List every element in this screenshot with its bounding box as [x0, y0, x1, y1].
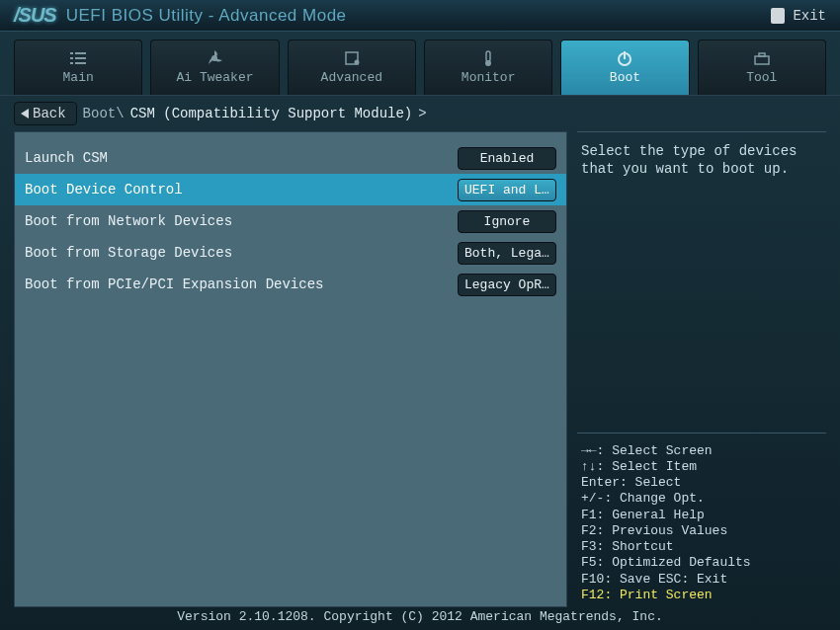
svg-rect-9	[486, 51, 490, 61]
svg-rect-4	[70, 62, 73, 64]
hint-line: ↑↓: Select Item	[581, 459, 822, 475]
thermometer-icon	[478, 50, 498, 66]
breadcrumb-path: Boot\	[83, 106, 125, 121]
svg-point-8	[354, 60, 359, 65]
back-button[interactable]: Back	[14, 102, 77, 125]
tab-label: Main	[63, 70, 94, 85]
tab-ai-tweaker[interactable]: Ai Tweaker	[150, 39, 279, 95]
power-icon	[615, 50, 634, 66]
setting-value[interactable]: Enabled	[458, 147, 556, 170]
setting-label: Boot Device Control	[25, 182, 183, 197]
tab-advanced[interactable]: Advanced	[288, 39, 416, 95]
setting-row-boot-network[interactable]: Boot from Network Devices Ignore	[15, 205, 566, 237]
tab-label: Boot	[610, 70, 640, 85]
setting-value[interactable]: Both, Lega...	[458, 242, 556, 265]
svg-rect-12	[624, 51, 626, 59]
tab-label: Ai Tweaker	[176, 70, 253, 85]
tab-label: Tool	[746, 70, 777, 85]
key-hints: →←: Select Screen ↑↓: Select Item Enter:…	[577, 433, 826, 608]
setting-label: Boot from Network Devices	[25, 213, 232, 229]
hint-line: F3: Shortcut	[581, 539, 822, 555]
hint-line: Enter: Select	[581, 475, 822, 491]
fan-icon	[205, 50, 224, 66]
tab-bar: Main Ai Tweaker Advanced Monitor Boot To…	[0, 32, 840, 96]
exit-label: Exit	[793, 8, 826, 24]
setting-value[interactable]: UEFI and L...	[458, 179, 556, 201]
tab-monitor[interactable]: Monitor	[424, 39, 552, 95]
tab-boot[interactable]: Boot	[560, 39, 689, 95]
exit-button[interactable]: Exit	[771, 8, 826, 24]
app-title: UEFI BIOS Utility - Advanced Mode	[66, 6, 347, 26]
help-text: Select the type of devices that you want…	[577, 131, 826, 423]
hint-line: →←: Select Screen	[581, 443, 822, 459]
toolbox-icon	[752, 50, 772, 66]
setting-label: Boot from Storage Devices	[25, 245, 232, 261]
setting-label: Boot from PCIe/PCI Expansion Devices	[25, 276, 323, 292]
chevron-right-icon: >	[418, 106, 426, 121]
breadcrumb: Back Boot\ CSM (Compatibility Support Mo…	[0, 96, 840, 131]
hint-highlight: F12: Print Screen	[581, 588, 822, 603]
content-area: Launch CSM Enabled Boot Device Control U…	[0, 131, 840, 621]
breadcrumb-current: CSM (Compatibility Support Module)	[130, 106, 413, 121]
title-bar: /SUS UEFI BIOS Utility - Advanced Mode E…	[0, 0, 840, 32]
setting-row-boot-pcie[interactable]: Boot from PCIe/PCI Expansion Devices Leg…	[15, 269, 566, 300]
hint-line: F2: Previous Values	[581, 523, 822, 539]
svg-rect-5	[75, 62, 86, 64]
hint-line: +/-: Change Opt.	[581, 491, 822, 507]
tab-main[interactable]: Main	[14, 39, 142, 95]
list-icon	[68, 50, 88, 66]
setting-label: Launch CSM	[25, 150, 108, 166]
svg-rect-3	[75, 57, 86, 59]
setting-value[interactable]: Legacy OpR...	[458, 274, 556, 296]
setting-row-launch-csm[interactable]: Launch CSM Enabled	[15, 142, 566, 174]
svg-rect-2	[70, 57, 73, 59]
setting-row-boot-storage[interactable]: Boot from Storage Devices Both, Lega...	[15, 237, 566, 269]
back-label: Back	[33, 106, 66, 121]
tab-label: Monitor	[462, 70, 516, 85]
tab-tool[interactable]: Tool	[698, 39, 826, 95]
back-arrow-icon	[21, 109, 29, 118]
side-panel: Select the type of devices that you want…	[577, 131, 826, 607]
settings-panel: Launch CSM Enabled Boot Device Control U…	[14, 131, 567, 607]
setting-value[interactable]: Ignore	[458, 210, 556, 233]
svg-rect-14	[759, 53, 765, 56]
svg-rect-13	[755, 56, 769, 64]
setting-row-boot-device-control[interactable]: Boot Device Control UEFI and L...	[15, 174, 566, 205]
exit-icon	[771, 8, 785, 24]
chip-icon	[342, 50, 362, 66]
tab-label: Advanced	[321, 70, 382, 85]
svg-point-10	[485, 60, 491, 66]
footer-copyright: Version 2.10.1208. Copyright (C) 2012 Am…	[0, 603, 840, 630]
svg-rect-0	[70, 52, 73, 54]
hint-line: F10: Save ESC: Exit	[581, 572, 822, 588]
asus-logo: /SUS	[14, 4, 56, 27]
svg-rect-1	[75, 52, 86, 54]
hint-line: F5: Optimized Defaults	[581, 555, 822, 571]
hint-line: F1: General Help	[581, 508, 822, 523]
